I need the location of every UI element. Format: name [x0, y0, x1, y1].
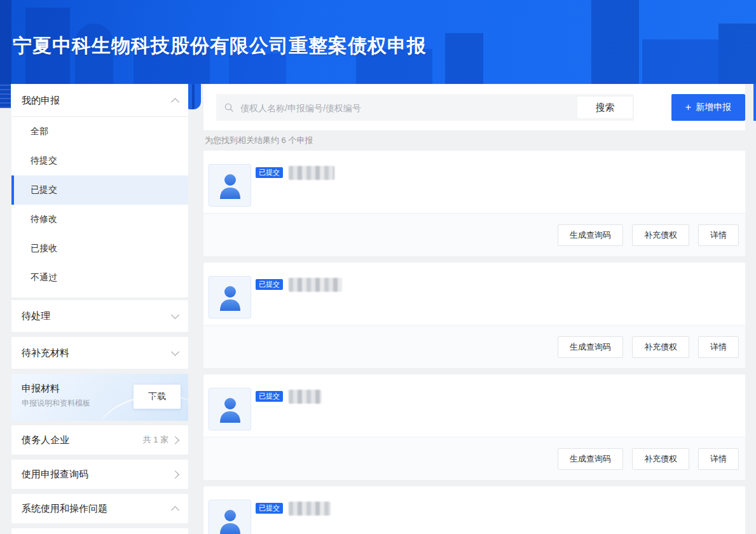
sidebar-section-label: 待补充材料 [22, 347, 69, 359]
add-declaration-button[interactable]: + 新增申报 [671, 94, 745, 121]
card-body: 已提交 [203, 151, 745, 213]
sidebar-item-to-modify[interactable]: 待修改 [11, 205, 188, 234]
building-shape [0, 0, 11, 84]
chevron-up-icon [171, 506, 179, 514]
plus-icon: + [685, 102, 691, 113]
sidebar-panel-my-declarations: 我的申报 全部 待提交 已提交 待修改 已接收 不通过 [11, 85, 188, 298]
details-button[interactable]: 详情 [698, 448, 739, 470]
sidebar-panel-pending: 待处理 [11, 300, 188, 332]
sidebar-panel-query-code: 使用申报查询码 [11, 460, 188, 489]
card-footer: 生成查询码 补充债权 详情 [203, 437, 745, 480]
add-declaration-label: 新增申报 [696, 102, 731, 113]
sidebar-panel-debtor: 债务人企业 共 1 家 [11, 425, 188, 455]
sidebar: 我的申报 全部 待提交 已提交 待修改 已接收 不通过 [11, 85, 188, 534]
card-body: 已提交 [203, 374, 745, 437]
materials-subtitle: 申报说明和资料模板 [22, 398, 90, 409]
sidebar-item-all[interactable]: 全部 [11, 117, 188, 146]
chevron-up-icon [171, 98, 179, 106]
sidebar-item-label: 使用申报查询码 [22, 469, 88, 481]
supplement-claim-button[interactable]: 补充债权 [632, 448, 689, 470]
declaration-card: 已提交 生成查询码 补充债权 详情 [203, 263, 745, 368]
sidebar-section-supplement[interactable]: 待补充材料 [11, 337, 188, 369]
result-summary: 为您找到相关结果约 6 个申报 [205, 135, 313, 146]
sidebar-item-label: 已提交 [31, 184, 57, 196]
sidebar-item-label: 已接收 [31, 243, 57, 254]
sidebar-item-submitted[interactable]: 已提交 [11, 175, 188, 205]
sidebar-item-received[interactable]: 已接收 [11, 234, 188, 263]
sidebar-section-pending[interactable]: 待处理 [11, 300, 188, 332]
status-badge: 已提交 [256, 167, 283, 178]
card-body: 已提交 [203, 486, 745, 534]
sidebar-section-my-declarations[interactable]: 我的申报 [11, 85, 188, 117]
avatar [209, 388, 251, 430]
sidebar-item-label: 不通过 [31, 272, 57, 284]
search-box: 搜索 [216, 94, 634, 121]
building-shape [642, 39, 718, 84]
debtor-count-text: 共 1 家 [143, 434, 168, 446]
sidebar-item-rejected[interactable]: 不通过 [11, 263, 188, 292]
banner-edge-decoration [188, 84, 201, 109]
declaration-card: 已提交 生成查询码 补充债权 详情 [203, 151, 745, 256]
generate-query-code-button[interactable]: 生成查询码 [558, 336, 623, 358]
details-button[interactable]: 详情 [698, 336, 739, 358]
sidebar-item-label: 待提交 [31, 155, 57, 167]
search-button[interactable]: 搜索 [577, 96, 633, 119]
redacted-creditor-name [289, 166, 334, 180]
page-title: 宁夏中科生物科技股份有限公司重整案债权申报 [13, 33, 427, 59]
building-shape [591, 0, 639, 84]
chevron-right-icon [171, 470, 179, 479]
building-shape [718, 24, 756, 84]
generate-query-code-button[interactable]: 生成查询码 [558, 448, 623, 470]
person-icon [218, 508, 242, 534]
sidebar-item-system-faq[interactable]: 系统使用和操作问题 [11, 494, 188, 523]
download-button[interactable]: 下载 [134, 385, 181, 409]
declaration-card: 已提交 生成查询码 补充债权 详情 [203, 374, 745, 480]
sidebar-item-query-code[interactable]: 使用申报查询码 [11, 460, 188, 489]
avatar [209, 276, 251, 318]
status-badge: 已提交 [256, 391, 283, 402]
sidebar-item-label: 待修改 [31, 214, 57, 225]
status-badge: 已提交 [256, 503, 283, 514]
declaration-materials-card: 申报材料 申报说明和资料模板 下载 [11, 374, 188, 421]
chevron-down-icon [171, 311, 179, 319]
declaration-card: 已提交 生成查询码 补充债权 详情 [203, 486, 745, 534]
main-content: 搜索 + 新增申报 为您找到相关结果约 6 个申报 已提交 [203, 85, 745, 534]
card-body: 已提交 [203, 263, 745, 325]
sidebar-item-to-submit[interactable]: 待提交 [11, 146, 188, 175]
search-panel: 搜索 + 新增申报 [203, 85, 745, 130]
chevron-right-icon [171, 436, 179, 444]
sidebar-item-debtor-company[interactable]: 债务人企业 共 1 家 [11, 425, 188, 455]
sidebar-section-label: 待处理 [22, 310, 50, 322]
banner-edge-decoration [0, 84, 11, 108]
materials-title: 申报材料 [22, 383, 60, 395]
claim-declaration-page: 宁夏中科生物科技股份有限公司重整案债权申报 我的申报 全部 待提交 已提交 待修… [0, 0, 756, 534]
card-footer: 生成查询码 补充债权 详情 [203, 213, 745, 256]
supplement-claim-button[interactable]: 补充债权 [632, 336, 689, 358]
scrollbar-thumb[interactable] [753, 84, 756, 121]
sidebar-panel-clipped [11, 528, 188, 534]
building-shape [445, 33, 483, 84]
details-button[interactable]: 详情 [698, 224, 739, 246]
person-icon [218, 396, 242, 423]
debtor-count: 共 1 家 [143, 434, 178, 446]
card-footer: 生成查询码 补充债权 详情 [203, 325, 745, 368]
sidebar-item-label: 系统使用和操作问题 [22, 503, 107, 515]
header-banner: 宁夏中科生物科技股份有限公司重整案债权申报 [0, 0, 756, 84]
search-icon [224, 102, 234, 113]
supplement-claim-button[interactable]: 补充债权 [632, 224, 689, 246]
avatar [209, 500, 251, 534]
redacted-creditor-name [289, 278, 342, 292]
redacted-creditor-name [289, 502, 331, 516]
person-icon [218, 284, 242, 311]
chevron-down-icon [171, 348, 179, 356]
sidebar-item-label: 全部 [31, 126, 48, 137]
status-badge: 已提交 [256, 279, 283, 290]
sidebar-panel-supplement: 待补充材料 [11, 337, 188, 369]
redacted-creditor-name [289, 390, 322, 404]
sidebar-item-label: 债务人企业 [22, 434, 69, 446]
generate-query-code-button[interactable]: 生成查询码 [558, 224, 623, 246]
search-input[interactable] [239, 95, 547, 121]
avatar [209, 164, 251, 207]
sidebar-section-label: 我的申报 [22, 95, 60, 107]
person-icon [218, 172, 242, 199]
